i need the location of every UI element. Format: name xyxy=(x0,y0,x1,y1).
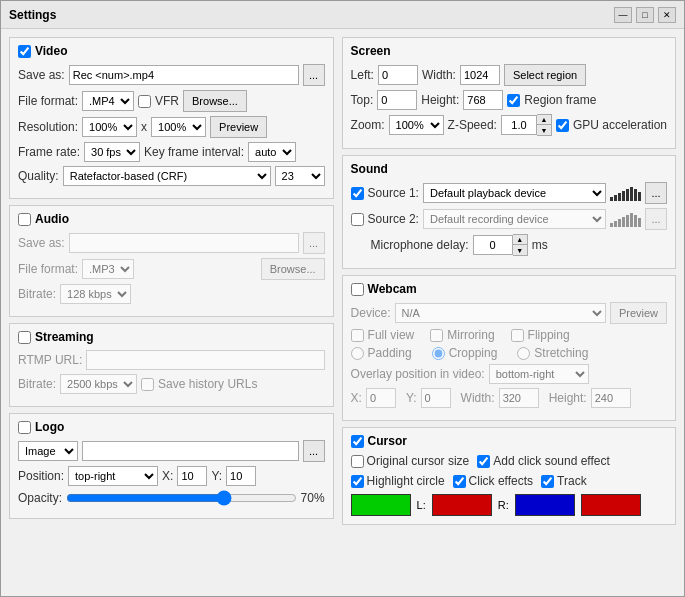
click-effects-checkbox[interactable] xyxy=(453,475,466,488)
quality-type-select[interactable]: Ratefactor-based (CRF) xyxy=(63,166,271,186)
save-history-checkbox[interactable] xyxy=(141,378,154,391)
maximize-button[interactable]: □ xyxy=(636,7,654,23)
logo-dots-button[interactable]: ... xyxy=(303,440,325,462)
audio-format-select[interactable]: .MP3 xyxy=(82,259,134,279)
video-enabled-checkbox[interactable] xyxy=(18,45,31,58)
minimize-button[interactable]: — xyxy=(614,7,632,23)
logo-section: Logo Image ... Position: top-right X: xyxy=(9,413,334,519)
height-input[interactable] xyxy=(463,90,503,110)
webcam-height-label: Height: xyxy=(549,391,587,405)
left-label: Left: xyxy=(351,68,374,82)
mic-delay-down[interactable]: ▼ xyxy=(513,245,527,255)
audio-bitrate-row: Bitrate: 128 kbps xyxy=(18,284,325,304)
track-checkbox[interactable] xyxy=(541,475,554,488)
source2-checkbox[interactable] xyxy=(351,213,364,226)
resolution-x-select[interactable]: 100% xyxy=(82,117,137,137)
close-button[interactable]: ✕ xyxy=(658,7,676,23)
logo-file-input[interactable] xyxy=(82,441,299,461)
source2-select[interactable]: Default recording device xyxy=(423,209,606,229)
streaming-enabled-checkbox[interactable] xyxy=(18,331,31,344)
stretching-radio[interactable] xyxy=(517,347,530,360)
save-as-input[interactable] xyxy=(69,65,299,85)
logo-type-row: Image ... xyxy=(18,440,325,462)
select-region-button[interactable]: Select region xyxy=(504,64,586,86)
vfr-checkbox[interactable] xyxy=(138,95,151,108)
click-effects-label: Click effects xyxy=(469,474,533,488)
cursor-color-l[interactable] xyxy=(432,494,492,516)
zoom-select[interactable]: 100% xyxy=(389,115,444,135)
webcam-height-input[interactable] xyxy=(591,388,631,408)
webcam-enabled-checkbox[interactable] xyxy=(351,283,364,296)
audio-bitrate-select[interactable]: 128 kbps xyxy=(60,284,131,304)
position-select[interactable]: top-right xyxy=(68,466,158,486)
opacity-slider-container xyxy=(66,490,297,506)
full-view-checkbox[interactable] xyxy=(351,329,364,342)
rtmp-input[interactable] xyxy=(86,350,324,370)
video-resolution-row: Resolution: 100% x 100% Preview xyxy=(18,116,325,138)
zspeed-spinner: ▲ ▼ xyxy=(501,114,552,136)
mirroring-checkbox[interactable] xyxy=(430,329,443,342)
opacity-slider[interactable] xyxy=(66,490,297,506)
source2-dots-button[interactable]: ... xyxy=(645,208,667,230)
logo-enabled-checkbox[interactable] xyxy=(18,421,31,434)
zspeed-input[interactable] xyxy=(501,115,537,135)
settings-window: Settings — □ ✕ Video Save as: ... xyxy=(0,0,685,597)
opacity-value: 70% xyxy=(301,491,325,505)
highlight-checkbox[interactable] xyxy=(351,475,364,488)
webcam-width-input[interactable] xyxy=(499,388,539,408)
overlay-select[interactable]: bottom-right xyxy=(489,364,589,384)
padding-radio[interactable] xyxy=(351,347,364,360)
original-size-checkbox[interactable] xyxy=(351,455,364,468)
preview-button[interactable]: Preview xyxy=(210,116,267,138)
left-input[interactable] xyxy=(378,65,418,85)
frame-rate-select[interactable]: 30 fps xyxy=(84,142,140,162)
save-history-label: Save history URLs xyxy=(158,377,257,391)
resolution-y-select[interactable]: 100% xyxy=(151,117,206,137)
quality-number-select[interactable]: 23 xyxy=(275,166,325,186)
cursor-color-green[interactable] xyxy=(351,494,411,516)
click-sound-checkbox[interactable] xyxy=(477,455,490,468)
file-format-select[interactable]: .MP4 xyxy=(82,91,134,111)
video-title: Video xyxy=(18,44,325,58)
save-as-dots-button[interactable]: ... xyxy=(303,64,325,86)
gpu-checkbox[interactable] xyxy=(556,119,569,132)
mic-delay-up[interactable]: ▲ xyxy=(513,235,527,245)
streaming-bitrate-select[interactable]: 2500 kbps xyxy=(60,374,137,394)
audio-save-as-label: Save as: xyxy=(18,236,65,250)
flipping-checkbox[interactable] xyxy=(511,329,524,342)
source1-dots-button[interactable]: ... xyxy=(645,182,667,204)
logo-y-input[interactable] xyxy=(226,466,256,486)
zspeed-down-button[interactable]: ▼ xyxy=(537,125,551,135)
audio-browse-button[interactable]: Browse... xyxy=(261,258,325,280)
vol-bar-5 xyxy=(626,189,629,201)
vfr-label: VFR xyxy=(155,94,179,108)
webcam-preview-button[interactable]: Preview xyxy=(610,302,667,324)
webcam-y-input[interactable] xyxy=(421,388,451,408)
zspeed-spin-buttons: ▲ ▼ xyxy=(537,114,552,136)
rtmp-label: RTMP URL: xyxy=(18,353,82,367)
width-input[interactable] xyxy=(460,65,500,85)
zspeed-up-button[interactable]: ▲ xyxy=(537,115,551,125)
cursor-options: Original cursor size Add click sound eff… xyxy=(351,454,667,468)
region-frame-checkbox[interactable] xyxy=(507,94,520,107)
cursor-enabled-checkbox[interactable] xyxy=(351,435,364,448)
cropping-radio[interactable] xyxy=(432,347,445,360)
mic-delay-input[interactable] xyxy=(473,235,513,255)
audio-save-as-input[interactable] xyxy=(69,233,299,253)
key-frame-select[interactable]: auto xyxy=(248,142,296,162)
audio-format-row: File format: .MP3 Browse... xyxy=(18,258,325,280)
source1-select[interactable]: Default playback device xyxy=(423,183,606,203)
audio-enabled-checkbox[interactable] xyxy=(18,213,31,226)
cursor-color-r[interactable] xyxy=(515,494,575,516)
logo-x-input[interactable] xyxy=(177,466,207,486)
webcam-x-input[interactable] xyxy=(366,388,396,408)
audio-dots-button[interactable]: ... xyxy=(303,232,325,254)
audio-section: Audio Save as: ... File format: .MP3 Bro… xyxy=(9,205,334,317)
source1-checkbox[interactable] xyxy=(351,187,364,200)
region-frame-label: Region frame xyxy=(524,93,596,107)
browse-button[interactable]: Browse... xyxy=(183,90,247,112)
top-input[interactable] xyxy=(377,90,417,110)
logo-type-select[interactable]: Image xyxy=(18,441,78,461)
webcam-device-select[interactable]: N/A xyxy=(395,303,606,323)
cursor-color-extra[interactable] xyxy=(581,494,641,516)
